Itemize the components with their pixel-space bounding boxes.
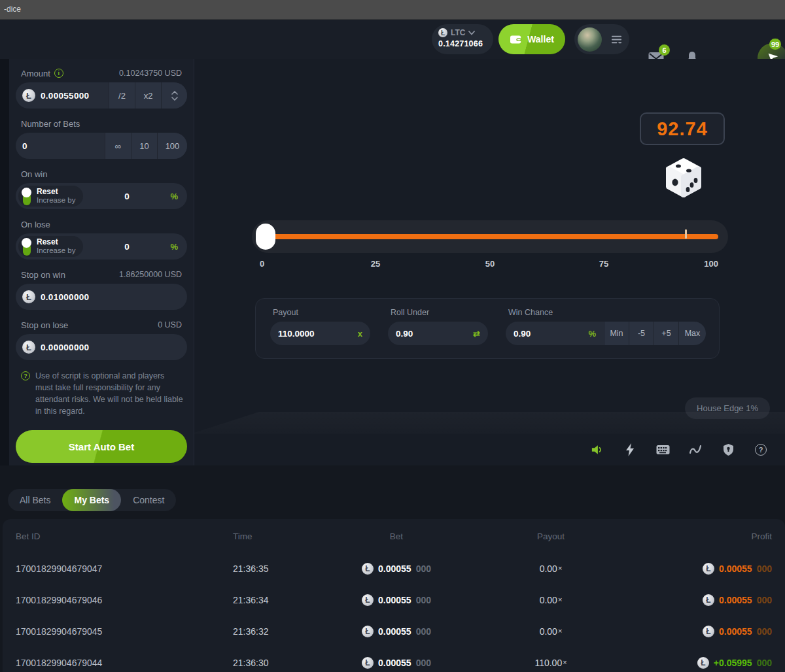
bet-profit: Ł0.00055000 [703, 626, 772, 637]
stop-on-lose-label: Stop on lose [21, 320, 68, 330]
table-header: Bet ID Time Bet Payout Profit [3, 519, 785, 553]
dice-game-panel: 92.74 0 25 50 [194, 59, 785, 465]
lightning-icon[interactable] [623, 443, 637, 457]
payout-suffix: x [358, 329, 362, 339]
table-body: 17001829904679047 21:36:35 Ł0.00055000 0… [3, 553, 785, 672]
amount-usd: 0.10243750 USD [119, 69, 182, 78]
stop-on-win-value[interactable]: 0.01000000 [41, 292, 89, 302]
fairness-icon[interactable] [721, 443, 735, 457]
amount-stepper[interactable] [161, 82, 187, 109]
on-lose-label: On lose [21, 220, 50, 229]
stop-on-win-label: Stop on win [21, 270, 65, 280]
bet-amount: Ł0.00055000 [362, 626, 431, 637]
bet-parameters-panel: Payout 110.0000 x Roll Under 0.90 ⇄ Win … [255, 298, 720, 359]
litecoin-icon: Ł [22, 89, 35, 102]
game-toolbar: ? [194, 433, 785, 465]
amount-value[interactable]: 0.00055000 [41, 91, 89, 101]
on-win-row: Reset Increase by 0 % [16, 183, 187, 209]
dice-icon [663, 157, 704, 200]
avatar[interactable] [578, 27, 602, 52]
table-row[interactable]: 17001829904679044 21:36:30 Ł0.00055000 1… [3, 647, 785, 672]
litecoin-icon: Ł [362, 657, 374, 669]
roll-slider[interactable] [252, 220, 728, 253]
number-of-bets-value[interactable]: 0 [22, 141, 27, 151]
bet-id: 17001829904679046 [16, 595, 233, 605]
toggle-switch-icon [22, 238, 31, 256]
double-button[interactable]: x2 [135, 82, 161, 109]
win-chance-label: Win Chance [508, 308, 706, 317]
start-auto-bet-button[interactable]: Start Auto Bet [16, 430, 187, 463]
on-lose-toggle[interactable]: Reset Increase by [18, 236, 83, 257]
currency-selector[interactable]: Ł LTC 0.14271066 [432, 24, 493, 54]
litecoin-icon: Ł [22, 341, 35, 354]
keyboard-icon[interactable] [655, 443, 670, 457]
amount-label: Amount [21, 69, 50, 78]
stop-on-win-usd: 1.86250000 USD [119, 270, 182, 279]
bet-profit: Ł0.00055000 [703, 594, 772, 606]
on-lose-value[interactable]: 0 [83, 242, 170, 252]
preset-10-button[interactable]: 10 [131, 133, 157, 159]
table-row[interactable]: 17001829904679046 21:36:34 Ł0.00055000 0… [3, 584, 785, 616]
on-win-unit: % [170, 192, 178, 201]
minus-5-button[interactable]: -5 [629, 322, 654, 345]
half-button[interactable]: /2 [109, 82, 135, 109]
scrollbar-gutter[interactable] [0, 59, 9, 465]
plus-5-button[interactable]: +5 [654, 322, 678, 345]
on-win-toggle[interactable]: Reset Increase by [18, 186, 83, 207]
volume-icon[interactable] [590, 443, 604, 457]
bet-id: 17001829904679047 [16, 563, 233, 574]
info-icon[interactable]: i [54, 69, 63, 78]
tab-my-bets[interactable]: My Bets [62, 489, 121, 511]
stop-on-win-input[interactable]: Ł 0.01000000 [16, 284, 187, 310]
on-win-value[interactable]: 0 [83, 192, 170, 201]
col-payout: Payout [537, 531, 565, 541]
trends-icon[interactable] [688, 443, 703, 457]
stop-on-lose-value[interactable]: 0.00000000 [41, 343, 89, 352]
slider-scale: 0 25 50 75 100 [252, 259, 728, 269]
tab-contest[interactable]: Contest [121, 489, 176, 511]
roll-under-label: Roll Under [391, 308, 488, 317]
user-menu[interactable] [574, 24, 629, 54]
win-chance-suffix: % [588, 329, 596, 339]
tick-label: 0 [260, 259, 264, 269]
win-chance-value[interactable]: 0.90 [514, 329, 588, 339]
litecoin-icon: Ł [362, 563, 374, 575]
payout-label: Payout [273, 308, 370, 317]
toggle-reset-label: Reset [37, 238, 75, 246]
wallet-button[interactable]: Wallet [498, 24, 565, 54]
roll-under-input[interactable]: 0.90 ⇄ [388, 322, 488, 345]
roll-under-value[interactable]: 0.90 [396, 329, 473, 339]
menu-icon[interactable] [611, 33, 622, 46]
preset-100-button[interactable]: 100 [157, 133, 187, 159]
slider-knob[interactable] [256, 224, 275, 250]
infinity-button[interactable]: ∞ [105, 133, 131, 159]
col-profit: Profit [751, 531, 772, 541]
toggle-increase-label: Increase by [37, 196, 75, 205]
litecoin-icon: Ł [438, 28, 447, 37]
bet-payout: 0.00× [540, 595, 563, 605]
help-icon[interactable]: ? [754, 443, 768, 457]
on-lose-row: Reset Increase by 0 % [16, 233, 187, 260]
game-page: Amount i 0.10243750 USD Ł 0.00055000 /2 … [0, 59, 785, 465]
tab-all-bets[interactable]: All Bets [8, 489, 62, 511]
bet-amount: Ł0.00055000 [362, 563, 431, 575]
table-row[interactable]: 17001829904679047 21:36:35 Ł0.00055000 0… [3, 553, 785, 584]
number-of-bets-input[interactable]: 0 ∞ 10 100 [16, 133, 187, 159]
payout-value[interactable]: 110.0000 [278, 329, 358, 339]
stop-on-lose-input[interactable]: Ł 0.00000000 [16, 334, 187, 360]
slider-fill [266, 234, 718, 239]
bet-time: 21:36:35 [233, 563, 351, 574]
swap-icon[interactable]: ⇄ [473, 329, 480, 339]
toggle-increase-label: Increase by [37, 246, 75, 255]
payout-input[interactable]: 110.0000 x [270, 322, 370, 345]
litecoin-icon: Ł [362, 626, 374, 637]
script-disclaimer: ? Use of script is optional and players … [21, 370, 183, 417]
min-button[interactable]: Min [604, 322, 629, 345]
max-button[interactable]: Max [678, 322, 706, 345]
bet-amount: Ł0.00055000 [362, 657, 431, 669]
amount-input[interactable]: Ł 0.00055000 /2 x2 [16, 82, 187, 109]
window-titlebar: -dice [0, 0, 785, 20]
win-chance-input[interactable]: 0.90 % [506, 322, 604, 345]
table-row[interactable]: 17001829904679045 21:36:32 Ł0.00055000 0… [3, 616, 785, 647]
bet-id: 17001829904679044 [16, 658, 233, 668]
